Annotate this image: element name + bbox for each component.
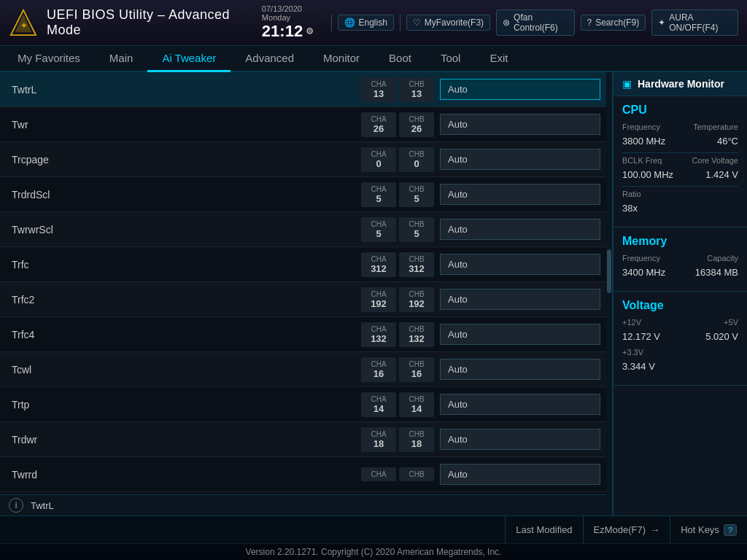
value-cell[interactable]: Auto: [440, 114, 600, 135]
value-box[interactable]: Auto: [440, 324, 600, 345]
value-cell[interactable]: Auto: [440, 79, 600, 100]
bclk-value-row: 100.00 MHz 1.424 V: [622, 169, 738, 182]
date-display: 07/13/2020 Monday: [262, 4, 322, 22]
myfavorite-button[interactable]: ♡ MyFavorite(F3): [406, 15, 490, 31]
cpu-frequency-value-row: 3800 MHz 46°C: [622, 136, 738, 148]
value-box[interactable]: Auto: [440, 184, 600, 205]
value-box[interactable]: Auto: [440, 254, 600, 275]
nav-item-monitor[interactable]: Monitor: [309, 46, 374, 72]
scrollbar-thumb[interactable]: [607, 249, 611, 293]
cha-cell: CHA 26: [361, 112, 396, 137]
value-box[interactable]: Auto: [440, 464, 600, 485]
table-row[interactable]: Trcpage CHA 0 CHB 0 Auto: [0, 142, 606, 177]
nav-item-favorites[interactable]: My Favorites: [3, 46, 95, 72]
footer: Last Modified EzMode(F7) → Hot Keys ?: [0, 516, 747, 543]
row-label: TwtrL: [0, 78, 361, 101]
voltage-12-value-row: 12.172 V 5.020 V: [622, 331, 738, 343]
separator-1: [331, 14, 332, 31]
value-box[interactable]: Auto: [440, 149, 600, 170]
value-box[interactable]: Auto: [440, 79, 600, 100]
cha-cell: CHA 0: [361, 147, 396, 172]
nav-item-tool[interactable]: Tool: [426, 46, 476, 72]
value-box[interactable]: Auto: [440, 359, 600, 380]
cpu-frequency-label: Frequency: [622, 122, 660, 131]
last-modified-button[interactable]: Last Modified: [505, 516, 582, 544]
ratio-label: Ratio: [622, 190, 641, 198]
header-controls: 07/13/2020 Monday 21:12 ⚙ 🌐 English ♡ My…: [262, 4, 738, 41]
settings-gear-icon[interactable]: ⚙: [306, 26, 314, 36]
chb-cell: CHB 312: [399, 252, 434, 277]
value-box[interactable]: Auto: [440, 219, 600, 240]
table-row[interactable]: Trfc CHA 312 CHB 312 Auto: [0, 247, 606, 282]
status-bar: i TwtrL: [0, 494, 606, 516]
cha-cell: CHA 18: [361, 427, 396, 452]
channel-group: CHA 13 CHB 13: [361, 77, 434, 102]
channel-group: CHA CHB: [361, 467, 434, 481]
chb-cell: CHB 5: [399, 217, 434, 242]
table-row[interactable]: Trfc4 CHA 132 CHB 132 Auto: [0, 317, 606, 352]
qfan-button[interactable]: ⊛ Qfan Control(F6): [496, 9, 574, 36]
svg-text:✦: ✦: [20, 21, 27, 30]
divider: [622, 186, 738, 187]
cha-cell: CHA 312: [361, 252, 396, 277]
table-row[interactable]: TwrwrScl CHA 5 CHB 5 Auto: [0, 212, 606, 247]
table-row[interactable]: TwtrL CHA 13 CHB 13 Auto: [0, 72, 606, 107]
table-row[interactable]: Twrrd CHA CHB Auto: [0, 457, 606, 492]
aura-button[interactable]: ✦ AURA ON/OFF(F4): [651, 9, 738, 36]
value-box[interactable]: Auto: [440, 114, 600, 135]
table-row[interactable]: TrdrdScl CHA 5 CHB 5 Auto: [0, 177, 606, 212]
nav-item-exit[interactable]: Exit: [475, 46, 522, 72]
nav-item-advanced[interactable]: Advanced: [231, 46, 309, 72]
version-bar: Version 2.20.1271. Copyright (C) 2020 Am…: [0, 543, 747, 560]
version-text: Version 2.20.1271. Copyright (C) 2020 Am…: [246, 547, 502, 557]
nav-item-boot[interactable]: Boot: [374, 46, 426, 72]
v12-value: 12.172 V: [622, 331, 660, 342]
nav-item-aitweaker[interactable]: Ai Tweaker: [147, 46, 231, 72]
voltage-33-value-row: 3.344 V: [622, 361, 738, 373]
v12-label: +12V: [622, 318, 641, 327]
v33-value: 3.344 V: [622, 361, 655, 372]
cha-cell: CHA 132: [361, 322, 396, 347]
memory-section: Memory Frequency Capacity 3400 MHz 16384…: [614, 228, 747, 292]
value-cell[interactable]: Auto: [440, 289, 600, 310]
chb-cell: CHB 14: [399, 392, 434, 417]
value-cell[interactable]: Auto: [440, 359, 600, 380]
value-cell[interactable]: Auto: [440, 324, 600, 345]
scrollbar[interactable]: [606, 72, 612, 516]
value-cell[interactable]: Auto: [440, 184, 600, 205]
hotkeys-button[interactable]: Hot Keys ?: [670, 516, 747, 544]
table-row[interactable]: Trtp CHA 14 CHB 14 Auto: [0, 387, 606, 422]
value-cell[interactable]: Auto: [440, 219, 600, 240]
table-row[interactable]: Tcwl CHA 16 CHB 16 Auto: [0, 352, 606, 387]
v33-label: +3.3V: [622, 348, 643, 357]
cpu-section-title: CPU: [622, 104, 738, 117]
table-row[interactable]: Twr CHA 26 CHB 26 Auto: [0, 107, 606, 142]
language-button[interactable]: 🌐 English: [338, 15, 394, 31]
search-button[interactable]: ? Search(F9): [581, 15, 646, 31]
value-box[interactable]: Auto: [440, 289, 600, 310]
aura-icon: ✦: [658, 18, 665, 28]
nav-item-main[interactable]: Main: [95, 46, 148, 72]
value-box[interactable]: Auto: [440, 429, 600, 450]
value-cell[interactable]: Auto: [440, 254, 600, 275]
value-cell[interactable]: Auto: [440, 464, 600, 485]
monitor-icon: ▣: [622, 78, 632, 90]
row-label: TwrwrScl: [0, 218, 361, 241]
ezmode-button[interactable]: EzMode(F7) →: [583, 516, 670, 544]
header: ✦ UEFI BIOS Utility – Advanced Mode 07/1…: [0, 0, 747, 46]
value-cell[interactable]: Auto: [440, 149, 600, 170]
table-row[interactable]: Trdwr CHA 18 CHB 18 Auto: [0, 422, 606, 457]
ratio-row: Ratio: [622, 190, 738, 198]
ratio-value-row: 38x: [622, 203, 738, 215]
value-box[interactable]: Auto: [440, 394, 600, 415]
cpu-frequency-value: 3800 MHz: [622, 136, 665, 147]
value-cell[interactable]: Auto: [440, 429, 600, 450]
separator-2: [400, 14, 400, 31]
table-row[interactable]: Trfc2 CHA 192 CHB 192 Auto: [0, 282, 606, 317]
ratio-value: 38x: [622, 203, 638, 214]
row-label: Trfc: [0, 253, 361, 276]
heart-icon: ♡: [413, 18, 421, 28]
chb-cell: CHB: [399, 467, 434, 481]
memory-section-title: Memory: [622, 235, 738, 248]
value-cell[interactable]: Auto: [440, 394, 600, 415]
